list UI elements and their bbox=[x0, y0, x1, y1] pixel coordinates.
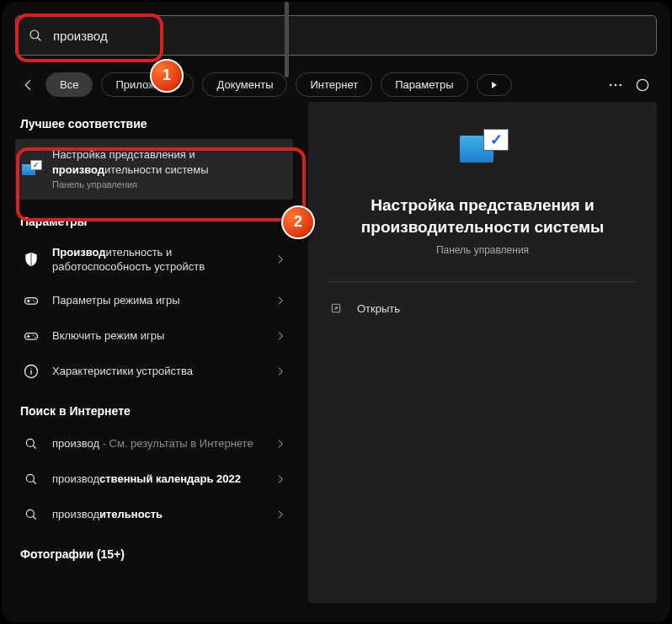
result-label: Характеристики устройства bbox=[52, 364, 263, 379]
more-options-icon[interactable] bbox=[606, 76, 625, 94]
open-external-icon bbox=[328, 301, 344, 316]
svg-point-17 bbox=[35, 337, 35, 338]
search-box[interactable] bbox=[15, 15, 657, 56]
result-label: производительность bbox=[52, 507, 263, 522]
section-web-search: Поиск в Интернете bbox=[15, 389, 293, 426]
gamepad-icon bbox=[22, 291, 40, 310]
svg-line-22 bbox=[33, 445, 35, 448]
results-list: Лучшее соответствие ✓ Настройка представ… bbox=[15, 102, 293, 603]
preview-subtitle: Панель управления bbox=[436, 244, 529, 256]
preview-app-icon: ✓ bbox=[460, 131, 505, 169]
result-web-generic[interactable]: производ - См. результаты в Интернете bbox=[15, 426, 293, 461]
result-best-match[interactable]: ✓ Настройка представления и производител… bbox=[15, 139, 293, 200]
svg-point-12 bbox=[35, 301, 35, 302]
result-label: Включить режим игры bbox=[52, 328, 263, 344]
svg-point-6 bbox=[637, 79, 648, 90]
result-label: Параметры режима игры bbox=[52, 293, 263, 308]
info-icon bbox=[22, 362, 40, 381]
chevron-right-icon bbox=[275, 365, 286, 377]
search-icon bbox=[22, 435, 40, 453]
section-best-match: Лучшее соответствие bbox=[15, 102, 293, 139]
svg-point-11 bbox=[33, 300, 34, 301]
chevron-right-icon bbox=[275, 330, 286, 342]
result-web-calendar[interactable]: производственный календарь 2022 bbox=[15, 461, 293, 497]
result-enable-game-mode[interactable]: Включить режим игры bbox=[15, 318, 293, 354]
search-panel: 1 Все Приложения Документы Интернет Пара… bbox=[0, 0, 672, 624]
preview-title: Настройка представления и производительн… bbox=[361, 195, 604, 237]
result-label: производственный календарь 2022 bbox=[52, 472, 263, 487]
svg-point-20 bbox=[30, 368, 31, 369]
section-photos: Фотографии (15+) bbox=[15, 532, 293, 569]
result-label: производ - См. результаты в Интернете bbox=[52, 436, 263, 451]
tab-documents[interactable]: Документы bbox=[202, 72, 287, 97]
tab-internet[interactable]: Интернет bbox=[296, 72, 372, 97]
results-area: Лучшее соответствие ✓ Настройка представ… bbox=[15, 102, 657, 603]
svg-line-26 bbox=[33, 516, 35, 519]
search-icon bbox=[22, 470, 40, 488]
svg-point-4 bbox=[615, 83, 617, 86]
result-device-performance[interactable]: Производительность и работоспособность у… bbox=[15, 237, 293, 283]
svg-point-3 bbox=[610, 83, 612, 86]
tab-apps[interactable]: Приложения bbox=[101, 72, 194, 97]
monitor-check-icon: ✓ bbox=[22, 160, 40, 179]
preview-pane: ✓ Настройка представления и производител… bbox=[308, 102, 657, 603]
profile-circle-icon[interactable] bbox=[633, 76, 652, 94]
chevron-right-icon bbox=[275, 295, 286, 307]
chevron-right-icon bbox=[275, 253, 286, 265]
result-web-performance[interactable]: производительность bbox=[15, 497, 293, 532]
tab-all[interactable]: Все bbox=[45, 72, 93, 97]
section-parameters: Параметры bbox=[15, 200, 293, 237]
svg-marker-2 bbox=[492, 82, 497, 88]
result-game-mode-settings[interactable]: Параметры режима игры bbox=[15, 283, 293, 318]
result-device-specs[interactable]: Характеристики устройства bbox=[15, 354, 293, 389]
back-arrow-icon[interactable] bbox=[20, 77, 37, 93]
filter-tabs: Все Приложения Документы Интернет Параме… bbox=[15, 72, 657, 97]
divider bbox=[328, 281, 637, 282]
chevron-right-icon bbox=[275, 509, 286, 520]
svg-point-16 bbox=[33, 335, 34, 336]
search-input[interactable] bbox=[51, 28, 644, 44]
tab-parameters[interactable]: Параметры bbox=[381, 72, 467, 97]
result-best-text: Настройка представления и производительн… bbox=[52, 147, 286, 191]
svg-line-24 bbox=[33, 481, 35, 483]
open-label: Открыть bbox=[357, 302, 400, 315]
result-label: Производительность и работоспособность у… bbox=[52, 245, 263, 275]
chevron-right-icon bbox=[275, 438, 286, 450]
open-action[interactable]: Открыть bbox=[327, 297, 638, 319]
scrollbar-thumb[interactable] bbox=[285, 2, 289, 77]
svg-point-5 bbox=[620, 83, 622, 86]
search-icon bbox=[22, 505, 40, 524]
shield-icon bbox=[22, 250, 40, 269]
gamepad-icon bbox=[22, 327, 40, 345]
tab-more-play[interactable] bbox=[477, 74, 512, 96]
chevron-right-icon bbox=[275, 473, 286, 485]
svg-line-1 bbox=[37, 37, 40, 40]
search-icon bbox=[28, 28, 43, 43]
